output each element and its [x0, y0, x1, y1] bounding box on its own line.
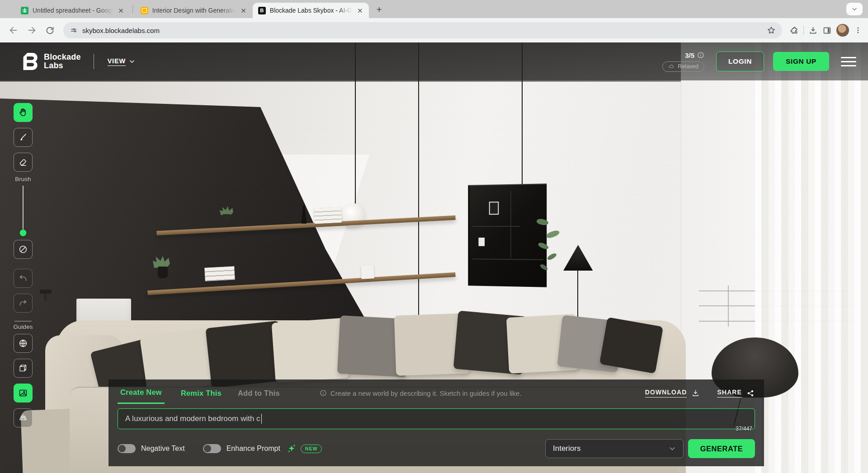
- url-text: skybox.blockadelabs.com: [82, 27, 762, 34]
- close-icon[interactable]: ✕: [117, 6, 125, 15]
- scene-pendant-cord: [418, 42, 419, 361]
- new-tab-icon[interactable]: +: [376, 5, 382, 14]
- site-header: Blockade Labs VIEW 3/5 Relaxed LOGIN: [0, 42, 868, 80]
- forward-button[interactable]: [24, 22, 40, 38]
- negative-text-label: Negative Text: [141, 445, 185, 453]
- login-button[interactable]: LOGIN: [716, 52, 764, 71]
- toolbar-divider: [803, 26, 804, 35]
- generate-button[interactable]: GENERATE: [688, 439, 755, 458]
- brush-tool-button[interactable]: [14, 128, 33, 147]
- signup-button[interactable]: SIGN UP: [773, 52, 829, 71]
- info-icon[interactable]: [697, 52, 704, 59]
- scene-hanging-plant: [535, 217, 566, 277]
- speed-label: Relaxed: [678, 63, 698, 70]
- header-divider: [94, 54, 94, 69]
- back-button[interactable]: [5, 22, 22, 38]
- bookmark-star-icon[interactable]: [767, 26, 776, 35]
- eraser-icon: [18, 157, 28, 167]
- character-count: 37/447: [736, 426, 752, 432]
- image-guide-button[interactable]: [14, 384, 33, 403]
- browser-toolbar: skybox.blockadelabs.com: [0, 18, 868, 42]
- close-icon[interactable]: ✕: [240, 6, 247, 15]
- text-caret: [261, 414, 262, 424]
- hand-icon: [18, 108, 28, 117]
- skybox-page: Blockade Labs VIEW 3/5 Relaxed LOGIN: [0, 42, 868, 473]
- tab-strip: Untitled spreadsheet - Googl ✕ Interior …: [0, 0, 868, 18]
- prompt-text: A luxurious and modern bedroom with c: [125, 414, 260, 423]
- circle-slash-icon: [18, 244, 28, 254]
- info-icon: [320, 389, 327, 397]
- tool-rail-divider: [14, 321, 32, 322]
- menu-dots-icon[interactable]: [854, 26, 863, 35]
- downloads-icon[interactable]: [808, 26, 818, 35]
- chevron-down-icon: [129, 58, 135, 65]
- forward-arrow-icon: [27, 25, 37, 35]
- scene-plant-pot: [158, 267, 168, 278]
- site-settings-icon[interactable]: [70, 26, 78, 34]
- guides-label: Guides: [14, 323, 33, 330]
- generation-speed-badge[interactable]: Relaxed: [662, 61, 704, 72]
- tab-interior-design[interactable]: Interior Design with Generativ ✕: [135, 3, 253, 18]
- prompt-panel: Create New Remix This Add to This Create…: [108, 379, 764, 466]
- cube-guide-button[interactable]: [14, 359, 33, 378]
- slider-track: [23, 186, 24, 230]
- tab-blockade-labs[interactable]: B Blockade Labs Skybox - AI-G ✕: [253, 3, 369, 18]
- undo-icon: [18, 273, 28, 283]
- globe-icon: [18, 338, 28, 348]
- prompt-input[interactable]: A luxurious and modern bedroom with c: [118, 408, 755, 429]
- tab-spreadsheet[interactable]: Untitled spreadsheet - Googl ✕: [15, 3, 130, 18]
- reload-button[interactable]: [42, 22, 58, 38]
- new-badge: NEW: [301, 445, 322, 453]
- scene-books: [314, 207, 342, 224]
- tool-rail: Brush Guides: [14, 103, 33, 427]
- extensions-icon[interactable]: [789, 26, 799, 35]
- clear-tool-button[interactable]: [14, 240, 33, 259]
- style-select[interactable]: Interiors: [545, 439, 684, 458]
- download-icon: [691, 389, 700, 398]
- tab-search-button[interactable]: [846, 3, 863, 15]
- tab-title: Untitled spreadsheet - Googl: [33, 7, 113, 14]
- address-bar[interactable]: skybox.blockadelabs.com: [63, 22, 782, 38]
- tab-create-new[interactable]: Create New: [118, 382, 165, 404]
- view-menu[interactable]: VIEW: [108, 57, 135, 66]
- reload-icon: [45, 26, 55, 35]
- side-panel-icon[interactable]: [822, 26, 832, 35]
- blockade-labs-logo[interactable]: Blockade Labs: [22, 52, 81, 70]
- download-link[interactable]: DOWNLOAD: [645, 389, 700, 398]
- scene-wall-sconce: [40, 290, 52, 294]
- scene-books: [361, 265, 374, 279]
- enhance-prompt-toggle[interactable]: [203, 444, 221, 453]
- relaxed-speed-icon: [668, 63, 675, 70]
- tab-remix-this[interactable]: Remix This: [181, 382, 222, 404]
- tab-separator: [132, 5, 133, 13]
- scene-pillow: [599, 317, 663, 373]
- undo-button[interactable]: [14, 269, 33, 288]
- eraser-tool-button[interactable]: [14, 153, 33, 172]
- redo-button[interactable]: [14, 294, 33, 313]
- brush-size-slider[interactable]: [14, 186, 33, 236]
- scene-books: [204, 267, 235, 281]
- style-value: Interiors: [553, 444, 580, 453]
- share-link[interactable]: SHARE: [717, 389, 755, 398]
- chevron-down-icon: [669, 445, 676, 452]
- brush-icon: [18, 132, 28, 142]
- brush-size-label: Brush: [15, 176, 31, 183]
- negative-text-toggle[interactable]: [118, 444, 136, 453]
- perspective-guide-button[interactable]: [14, 408, 33, 427]
- image-icon: [18, 388, 28, 398]
- perspective-grid-icon: [18, 413, 28, 423]
- profile-avatar[interactable]: [836, 24, 849, 37]
- scene-pillow: [271, 318, 349, 383]
- panel-tabs-row: Create New Remix This Add to This Create…: [118, 382, 755, 404]
- sphere-guide-button[interactable]: [14, 334, 33, 353]
- panel-controls-row: Negative Text Enhance Prompt NEW Interio…: [118, 439, 755, 458]
- share-icon: [746, 389, 755, 398]
- tab-title: Interior Design with Generativ: [152, 7, 236, 14]
- hamburger-menu-icon[interactable]: [841, 57, 856, 66]
- scene-plant-pot: [222, 214, 231, 221]
- chevron-down-icon: [851, 6, 858, 12]
- pan-tool-button[interactable]: [14, 103, 33, 122]
- cube-icon: [18, 363, 28, 373]
- slider-knob[interactable]: [20, 229, 27, 236]
- close-icon[interactable]: ✕: [356, 6, 364, 15]
